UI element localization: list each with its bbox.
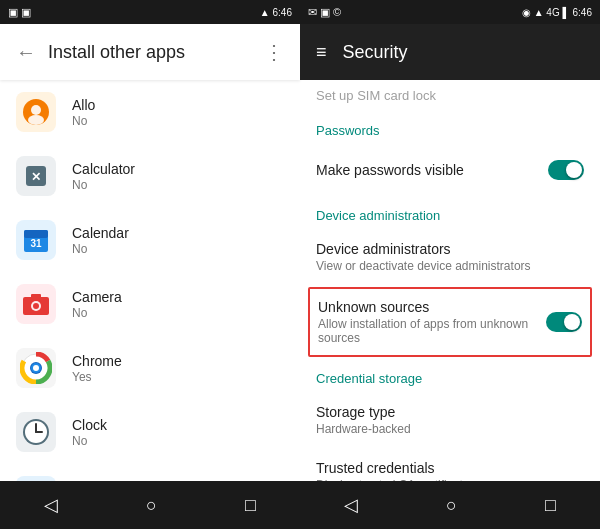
hamburger-menu-button[interactable]: ≡ <box>316 42 327 63</box>
storage-type-item[interactable]: Storage type Hardware-backed <box>300 392 600 448</box>
unknown-sources-toggle-knob <box>564 314 580 330</box>
back-button[interactable]: ← <box>16 41 36 64</box>
allo-status: No <box>72 114 95 128</box>
device-admin-title: Device administrators <box>316 241 576 257</box>
list-item[interactable]: Camera No <box>0 272 300 336</box>
calendar-status: No <box>72 242 129 256</box>
clock-icon <box>16 412 56 452</box>
right-nav-bar: ◁ ○ □ <box>300 481 600 529</box>
storage-type-subtitle: Hardware-backed <box>316 422 576 436</box>
back-nav-button[interactable]: ◁ <box>44 494 58 516</box>
svg-text:✕: ✕ <box>31 170 41 184</box>
list-item[interactable]: 31 Calendar No <box>0 208 300 272</box>
status-bar-left-icons: ▣ ▣ <box>8 6 31 19</box>
camera-name: Camera <box>72 289 122 305</box>
device-administrators-item[interactable]: Device administrators View or deactivate… <box>300 229 600 285</box>
clock-info: Clock No <box>72 417 107 448</box>
unknown-sources-item[interactable]: Unknown sources Allow installation of ap… <box>308 287 592 357</box>
right-status-bar-left: ✉ ▣ © <box>308 6 341 19</box>
toggle-knob <box>566 162 582 178</box>
right-notification-icons: ✉ ▣ © <box>308 6 341 19</box>
calculator-info: Calculator No <box>72 161 135 192</box>
clock-status: No <box>72 434 107 448</box>
make-passwords-toggle[interactable] <box>548 160 584 180</box>
trusted-credentials-item[interactable]: Trusted credentials Display trusted CA c… <box>300 448 600 481</box>
list-item[interactable]: Chrome Yes <box>0 336 300 400</box>
svg-rect-11 <box>31 294 41 299</box>
alarm-icon: ◉ <box>522 7 531 18</box>
allo-name: Allo <box>72 97 95 113</box>
home-nav-button[interactable]: ○ <box>146 495 157 516</box>
app-list: Allo No ✕ Calculator No <box>0 80 300 481</box>
calculator-icon: ✕ <box>16 156 56 196</box>
trusted-credentials-title: Trusted credentials <box>316 460 576 476</box>
allo-info: Allo No <box>72 97 95 128</box>
notification-icons: ▣ ▣ <box>8 6 31 19</box>
make-passwords-title: Make passwords visible <box>316 162 540 178</box>
make-passwords-visible-item[interactable]: Make passwords visible <box>300 144 600 196</box>
passwords-section-header: Passwords <box>300 111 600 144</box>
chrome-info: Chrome Yes <box>72 353 122 384</box>
svg-point-10 <box>33 303 39 309</box>
chrome-status: Yes <box>72 370 122 384</box>
svg-point-2 <box>28 115 44 125</box>
camera-info: Camera No <box>72 289 122 320</box>
chrome-icon <box>16 348 56 388</box>
left-status-bar: ▣ ▣ ▲ 6:46 <box>0 0 300 24</box>
wifi-icon: ▲ <box>260 7 270 18</box>
left-panel: ▣ ▣ ▲ 6:46 ← Install other apps ⋮ Allo N… <box>0 0 300 529</box>
list-item[interactable]: Clock No <box>0 400 300 464</box>
calendar-info: Calendar No <box>72 225 129 256</box>
status-bar-time-left: ▲ 6:46 <box>260 7 292 18</box>
sim-card-lock-item: Set up SIM card lock <box>300 80 600 111</box>
unknown-sources-toggle[interactable] <box>546 312 582 332</box>
device-admin-content: Device administrators View or deactivate… <box>316 241 584 273</box>
security-toolbar-title: Security <box>343 42 408 63</box>
list-item[interactable]: Cloud Print No <box>0 464 300 481</box>
storage-type-title: Storage type <box>316 404 576 420</box>
unknown-sources-content: Unknown sources Allow installation of ap… <box>318 299 546 345</box>
svg-text:31: 31 <box>30 238 42 249</box>
calendar-icon: 31 <box>16 220 56 260</box>
storage-type-content: Storage type Hardware-backed <box>316 404 584 436</box>
svg-point-15 <box>33 365 39 371</box>
camera-icon <box>16 284 56 324</box>
chrome-name: Chrome <box>72 353 122 369</box>
recents-nav-button[interactable]: □ <box>245 495 256 516</box>
right-status-bar: ✉ ▣ © ◉ ▲ 4G ▌ 6:46 <box>300 0 600 24</box>
trusted-credentials-content: Trusted credentials Display trusted CA c… <box>316 460 584 481</box>
list-item[interactable]: ✕ Calculator No <box>0 144 300 208</box>
calendar-name: Calendar <box>72 225 129 241</box>
left-nav-bar: ◁ ○ □ <box>0 481 300 529</box>
list-item[interactable]: Allo No <box>0 80 300 144</box>
svg-rect-6 <box>24 230 48 238</box>
device-admin-subtitle: View or deactivate device administrators <box>316 259 576 273</box>
left-toolbar-title: Install other apps <box>48 42 252 63</box>
right-status-bar-right: ◉ ▲ 4G ▌ 6:46 <box>522 7 592 18</box>
svg-point-1 <box>31 105 41 115</box>
unknown-sources-title: Unknown sources <box>318 299 538 315</box>
clock-name: Clock <box>72 417 107 433</box>
overflow-menu-button[interactable]: ⋮ <box>264 40 284 64</box>
right-recents-nav-button[interactable]: □ <box>545 495 556 516</box>
sim-card-text: Set up SIM card lock <box>316 88 436 103</box>
right-back-nav-button[interactable]: ◁ <box>344 494 358 516</box>
calculator-name: Calculator <box>72 161 135 177</box>
left-toolbar: ← Install other apps ⋮ <box>0 24 300 80</box>
calculator-status: No <box>72 178 135 192</box>
right-time: 6:46 <box>573 7 592 18</box>
settings-list: Set up SIM card lock Passwords Make pass… <box>300 80 600 481</box>
device-admin-section-header: Device administration <box>300 196 600 229</box>
credential-storage-section-header: Credential storage <box>300 359 600 392</box>
signal-icon: ▲ 4G ▌ <box>534 7 570 18</box>
security-toolbar: ≡ Security <box>300 24 600 80</box>
right-home-nav-button[interactable]: ○ <box>446 495 457 516</box>
time-left: 6:46 <box>273 7 292 18</box>
camera-status: No <box>72 306 122 320</box>
right-panel: ✉ ▣ © ◉ ▲ 4G ▌ 6:46 ≡ Security Set up SI… <box>300 0 600 529</box>
allo-icon <box>16 92 56 132</box>
unknown-sources-subtitle: Allow installation of apps from unknown … <box>318 317 538 345</box>
make-passwords-content: Make passwords visible <box>316 162 548 178</box>
